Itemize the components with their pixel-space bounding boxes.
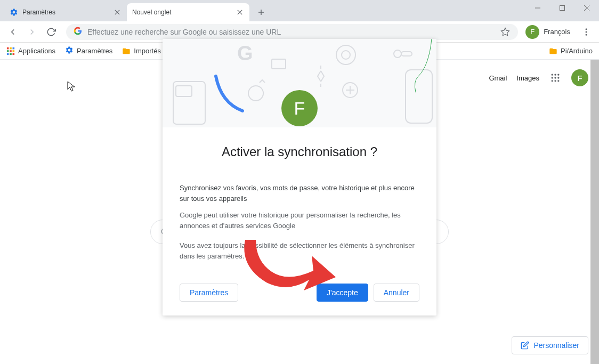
modal-text-1: Synchronisez vos favoris, vos mots de pa…: [180, 183, 419, 204]
svg-rect-42: [401, 52, 412, 56]
modal-text-3: Vous avez toujours la possibilité de sél…: [180, 240, 419, 261]
accept-button[interactable]: J'accepte: [317, 284, 368, 302]
svg-rect-43: [406, 70, 432, 123]
chrome-menu-button[interactable]: [578, 23, 595, 41]
avatar-icon: F: [525, 25, 539, 39]
modal-avatar: F: [281, 90, 318, 126]
modal-title: Activer la synchronisation ?: [180, 144, 419, 159]
settings-button[interactable]: Paramètres: [180, 284, 238, 302]
svg-point-39: [342, 51, 350, 59]
svg-point-41: [394, 50, 401, 58]
omnibox-placeholder: Effectuez une recherche sur Google ou sa…: [87, 28, 495, 36]
forward-button[interactable]: [23, 23, 41, 41]
svg-point-11: [586, 28, 587, 30]
modal-text-2: Google peut utiliser votre historique po…: [180, 210, 419, 231]
close-tab-icon[interactable]: [236, 8, 244, 17]
tab-title: Nouvel onglet: [132, 9, 171, 16]
close-window-button[interactable]: [574, 0, 599, 16]
svg-rect-1: [560, 6, 565, 11]
svg-rect-34: [173, 82, 205, 124]
tab-nouvel-onglet[interactable]: Nouvel onglet: [127, 3, 249, 21]
profile-button[interactable]: F François: [524, 24, 576, 40]
profile-name: François: [544, 28, 570, 36]
close-tab-icon[interactable]: [113, 8, 122, 17]
new-tab-button[interactable]: [254, 5, 269, 20]
cancel-button[interactable]: Annuler: [374, 284, 419, 302]
tab-strip: Paramètres Nouvel onglet: [0, 0, 599, 21]
sync-modal-overlay: G F Activer la synchronisation ? Synchro…: [0, 39, 599, 364]
bookmark-star-icon[interactable]: [500, 27, 511, 37]
svg-text:G: G: [237, 42, 253, 64]
google-g-icon: [74, 27, 82, 37]
svg-rect-35: [176, 86, 192, 96]
minimize-button[interactable]: [525, 0, 550, 16]
maximize-button[interactable]: [550, 0, 574, 16]
modal-hero: G F: [163, 39, 436, 127]
sync-modal: G F Activer la synchronisation ? Synchro…: [163, 39, 436, 316]
svg-point-38: [336, 45, 355, 64]
tab-parametres[interactable]: Paramètres: [4, 3, 127, 21]
omnibox[interactable]: Effectuez une recherche sur Google ou sa…: [66, 24, 518, 40]
back-button[interactable]: [4, 23, 21, 41]
svg-rect-37: [272, 59, 286, 69]
tab-title: Paramètres: [22, 9, 55, 16]
svg-point-13: [586, 34, 587, 35]
reload-button[interactable]: [43, 23, 60, 41]
gear-icon: [10, 8, 18, 17]
svg-point-12: [586, 31, 587, 33]
svg-marker-10: [501, 28, 509, 35]
